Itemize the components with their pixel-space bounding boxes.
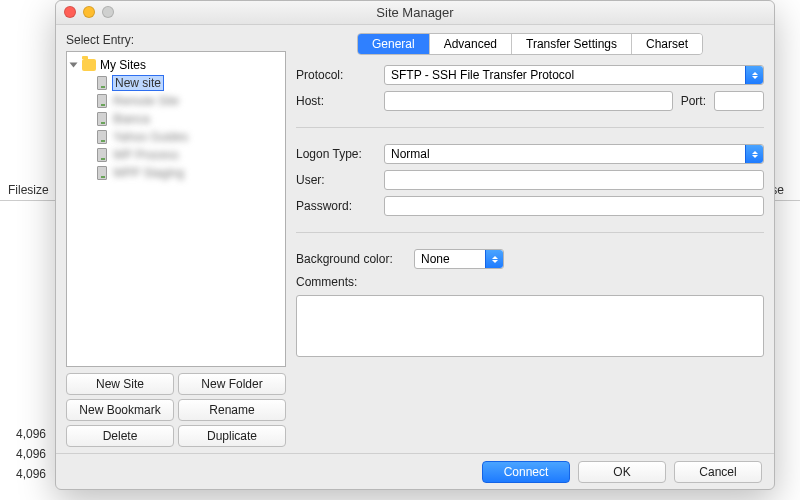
tab-general[interactable]: General [358,34,430,54]
close-icon[interactable] [64,6,76,18]
separator [296,127,764,128]
site-label: WPP Staging [113,166,184,180]
host-input[interactable] [384,91,673,111]
minimize-icon[interactable] [83,6,95,18]
logon-type-value: Normal [391,147,430,161]
host-label: Host: [296,94,376,108]
site-label: Bianca [113,112,150,126]
folder-icon [82,59,96,71]
col-filesize: Filesize [8,183,58,197]
tab-advanced[interactable]: Advanced [430,34,512,54]
right-panel: GeneralAdvancedTransfer SettingsCharset … [296,33,764,447]
bg-color-select[interactable]: None [414,249,504,269]
site-label: New site [113,76,163,90]
rename-button[interactable]: Rename [178,399,286,421]
port-label: Port: [681,94,706,108]
site-item[interactable]: WP Process [69,146,283,164]
port-input[interactable] [714,91,764,111]
delete-button[interactable]: Delete [66,425,174,447]
select-entry-label: Select Entry: [66,33,286,47]
tab-bar-wrap: GeneralAdvancedTransfer SettingsCharset [296,33,764,55]
site-item[interactable]: New site [69,74,283,92]
connect-button[interactable]: Connect [482,461,570,483]
chevron-updown-icon [745,66,763,84]
tab-transfer-settings[interactable]: Transfer Settings [512,34,632,54]
chevron-updown-icon [485,250,503,268]
password-input[interactable] [384,196,764,216]
site-item[interactable]: Yahoo Guides [69,128,283,146]
server-icon [97,76,107,90]
site-manager-dialog: Site Manager Select Entry: My Sites New … [55,0,775,490]
tab-charset[interactable]: Charset [632,34,702,54]
chevron-updown-icon [745,145,763,163]
site-label: WP Process [113,148,179,162]
server-icon [97,94,107,108]
protocol-label: Protocol: [296,68,376,82]
tree-buttons: New Site New Folder New Bookmark Rename … [66,373,286,447]
logon-type-select[interactable]: Normal [384,144,764,164]
ok-button[interactable]: OK [578,461,666,483]
duplicate-button[interactable]: Duplicate [178,425,286,447]
user-input[interactable] [384,170,764,190]
site-label: Remote Site [113,94,179,108]
separator [296,232,764,233]
site-item[interactable]: Bianca [69,110,283,128]
server-icon [97,112,107,126]
bg-color-value: None [421,252,450,266]
root-label: My Sites [100,58,146,72]
left-panel: Select Entry: My Sites New siteRemote Si… [66,33,286,447]
tree-root[interactable]: My Sites [69,56,283,74]
logon-type-label: Logon Type: [296,147,376,161]
tab-bar: GeneralAdvancedTransfer SettingsCharset [357,33,703,55]
comments-label: Comments: [296,275,406,289]
dialog-footer: Connect OK Cancel [56,453,774,489]
new-bookmark-button[interactable]: New Bookmark [66,399,174,421]
general-form: Protocol: SFTP - SSH File Transfer Proto… [296,65,764,357]
traffic-lights [64,6,114,18]
site-item[interactable]: Remote Site [69,92,283,110]
bg-color-label: Background color: [296,252,406,266]
comments-textarea[interactable] [296,295,764,357]
site-label: Yahoo Guides [113,130,188,144]
zoom-icon[interactable] [102,6,114,18]
password-label: Password: [296,199,376,213]
site-item[interactable]: WPP Staging [69,164,283,182]
titlebar: Site Manager [56,1,774,25]
server-icon [97,166,107,180]
user-label: User: [296,173,376,187]
server-icon [97,130,107,144]
server-icon [97,148,107,162]
new-site-button[interactable]: New Site [66,373,174,395]
window-title: Site Manager [56,5,774,20]
new-folder-button[interactable]: New Folder [178,373,286,395]
protocol-value: SFTP - SSH File Transfer Protocol [391,68,574,82]
chevron-down-icon[interactable] [70,63,78,68]
cancel-button[interactable]: Cancel [674,461,762,483]
sites-tree[interactable]: My Sites New siteRemote SiteBiancaYahoo … [66,51,286,367]
protocol-select[interactable]: SFTP - SSH File Transfer Protocol [384,65,764,85]
